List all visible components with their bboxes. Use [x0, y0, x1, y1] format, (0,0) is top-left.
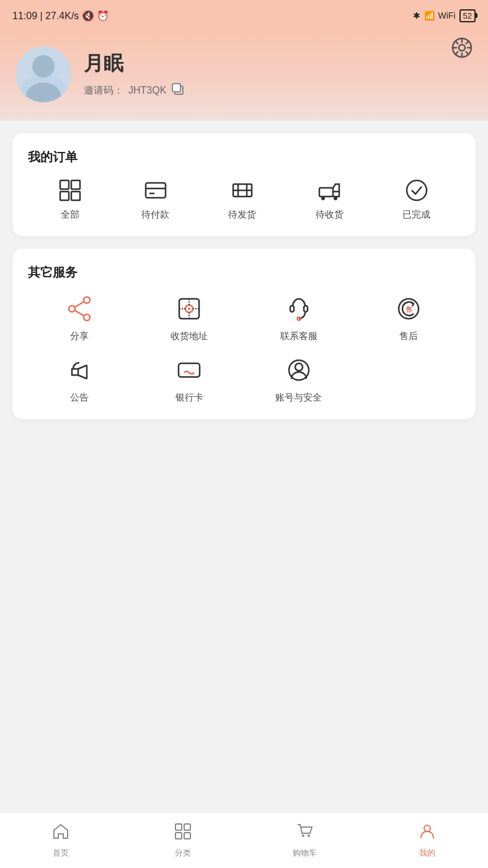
- svg-rect-14: [172, 84, 180, 92]
- invite-code-row: 邀请码： JHT3QK: [84, 82, 185, 99]
- svg-line-9: [455, 52, 458, 55]
- order-label-all: 全部: [61, 209, 79, 221]
- service-item-aftersale[interactable]: 售 售后: [357, 293, 460, 342]
- svg-rect-54: [175, 824, 182, 830]
- signal-icon: 📶: [424, 11, 435, 20]
- svg-point-27: [321, 197, 325, 200]
- services-card: 其它服务 分享: [12, 249, 476, 419]
- order-item-receive[interactable]: 待收货: [316, 178, 344, 221]
- svg-rect-18: [71, 192, 80, 200]
- svg-rect-43: [304, 306, 308, 312]
- address-icon: [174, 293, 205, 324]
- services-title: 其它服务: [28, 264, 460, 281]
- svg-line-49: [78, 375, 87, 379]
- order-item-payment[interactable]: 待付款: [141, 178, 169, 221]
- profile-info: 月眠 邀请码： JHT3QK: [84, 50, 185, 99]
- svg-line-48: [78, 365, 87, 369]
- nav-item-home[interactable]: 首页: [0, 822, 122, 859]
- svg-point-1: [459, 45, 465, 51]
- service-item-share[interactable]: 分享: [28, 293, 131, 342]
- svg-point-11: [32, 55, 55, 78]
- svg-line-33: [75, 302, 84, 308]
- svg-rect-15: [60, 180, 69, 189]
- invite-label: 邀请码：: [84, 84, 123, 97]
- svg-rect-55: [184, 824, 190, 830]
- svg-rect-57: [184, 833, 190, 839]
- service-label-support: 联系客服: [280, 330, 317, 342]
- support-icon: [283, 293, 314, 324]
- cart-icon: [296, 822, 314, 845]
- profile-area: 月眠 邀请码： JHT3QK: [16, 46, 472, 102]
- order-item-done[interactable]: 已完成: [402, 178, 430, 221]
- svg-line-6: [455, 41, 458, 43]
- avatar[interactable]: [16, 46, 71, 102]
- nav-item-cart[interactable]: 购物车: [244, 822, 366, 859]
- service-item-bank[interactable]: 银行卡: [138, 355, 241, 404]
- service-label-address: 收货地址: [171, 330, 208, 342]
- svg-point-58: [302, 835, 304, 837]
- service-item-address[interactable]: 收货地址: [138, 293, 241, 342]
- service-label-share: 分享: [70, 330, 89, 342]
- order-label-payment: 待付款: [141, 209, 169, 221]
- nav-label-mine: 我的: [419, 848, 435, 859]
- order-label-receive: 待收货: [316, 209, 344, 221]
- svg-point-29: [407, 180, 427, 200]
- profile-header: 月眠 邀请码： JHT3QK: [0, 31, 488, 121]
- orders-grid: 全部 待付款 待发货: [28, 178, 460, 221]
- svg-line-34: [75, 311, 84, 316]
- service-label-notice: 公告: [70, 392, 89, 404]
- service-label-aftersale: 售后: [399, 330, 418, 342]
- status-time-network: 11:09 | 27.4K/s 🔇 ⏰: [12, 10, 109, 22]
- service-item-notice[interactable]: 公告: [28, 355, 131, 404]
- copy-icon[interactable]: [171, 82, 185, 99]
- account-icon: [283, 355, 314, 386]
- svg-line-8: [466, 41, 469, 43]
- status-bar: 11:09 | 27.4K/s 🔇 ⏰ ✱ 📶 WiFi 52: [0, 0, 488, 31]
- svg-rect-26: [319, 188, 333, 197]
- orders-title: 我的订单: [28, 149, 460, 166]
- svg-point-30: [84, 297, 90, 303]
- service-item-account[interactable]: 账号与安全: [247, 355, 351, 404]
- svg-point-60: [424, 825, 430, 831]
- svg-point-28: [334, 197, 337, 200]
- bank-icon: [174, 355, 205, 386]
- svg-rect-42: [290, 306, 294, 312]
- home-icon: [51, 822, 70, 845]
- svg-point-32: [84, 314, 90, 321]
- order-label-ship: 待发货: [228, 209, 256, 221]
- nav-item-category[interactable]: 分类: [122, 822, 244, 859]
- main-content: 我的订单 全部 待付款: [0, 121, 488, 494]
- settings-button[interactable]: [451, 37, 472, 63]
- nav-label-cart: 购物车: [293, 848, 317, 859]
- invite-code-value: JHT3QK: [128, 85, 166, 96]
- nav-label-home: 首页: [53, 848, 69, 859]
- svg-rect-19: [146, 183, 166, 198]
- orders-card: 我的订单 全部 待付款: [12, 133, 476, 236]
- svg-rect-17: [60, 192, 69, 200]
- svg-point-59: [308, 835, 310, 837]
- battery-indicator: 52: [459, 9, 476, 22]
- service-item-support[interactable]: 联系客服: [247, 293, 351, 342]
- svg-rect-56: [175, 833, 182, 839]
- svg-point-53: [295, 363, 303, 371]
- status-icons: ✱ 📶 WiFi 52: [413, 9, 476, 22]
- mine-icon: [418, 822, 437, 845]
- svg-rect-51: [179, 363, 200, 377]
- share-icon: [64, 293, 95, 324]
- category-icon: [174, 822, 192, 845]
- notice-icon: [64, 355, 95, 386]
- svg-point-31: [69, 306, 75, 312]
- svg-marker-47: [72, 369, 78, 375]
- nav-label-category: 分类: [175, 848, 191, 859]
- order-label-done: 已完成: [402, 209, 430, 221]
- services-grid: 分享 收货地址: [28, 293, 460, 404]
- order-item-ship[interactable]: 待发货: [228, 178, 256, 221]
- service-label-bank: 银行卡: [175, 392, 203, 404]
- bluetooth-icon: ✱: [413, 11, 420, 20]
- wifi-icon: WiFi: [438, 11, 456, 20]
- order-item-all[interactable]: 全部: [58, 178, 82, 221]
- nav-item-mine[interactable]: 我的: [366, 822, 488, 859]
- bottom-nav: 首页 分类 购物车: [0, 812, 488, 868]
- svg-text:售: 售: [405, 306, 412, 313]
- service-label-account: 账号与安全: [275, 392, 322, 404]
